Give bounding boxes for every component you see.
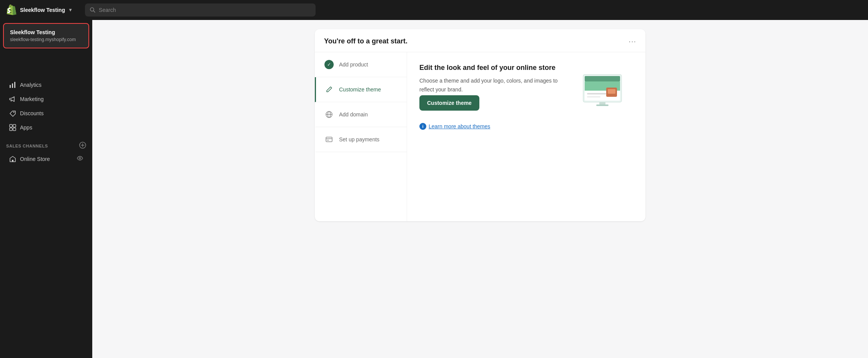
store-logo-button[interactable]: Sleekflow Testing ▼ [6, 5, 73, 15]
card-icon [324, 134, 334, 145]
discounts-label: Discounts [20, 110, 43, 116]
step-add-domain[interactable]: Add domain [315, 102, 407, 127]
step-set-up-payments-label: Set up payments [339, 136, 379, 143]
sidebar-item-online-store[interactable]: Online Store [3, 152, 89, 166]
steps-list: ✓ Add product Customize theme [315, 52, 407, 221]
getting-started-card: You're off to a great start. ··· ✓ Add p… [315, 29, 645, 221]
check-circle-icon: ✓ [324, 59, 334, 70]
main-content: You're off to a great start. ··· ✓ Add p… [92, 20, 868, 358]
step-set-up-payments[interactable]: Set up payments [315, 127, 407, 152]
dropdown-spacer [0, 51, 92, 75]
sidebar-item-discounts[interactable]: Discounts [3, 106, 89, 120]
svg-rect-6 [10, 124, 12, 127]
marketing-label: Marketing [20, 96, 43, 102]
search-icon [90, 7, 96, 13]
svg-rect-7 [13, 124, 16, 127]
pen-icon [324, 84, 334, 95]
step-content-description: Choose a theme and add your logo, colors… [419, 76, 572, 94]
step-content-title: Edit the look and feel of your online st… [419, 63, 572, 73]
sales-channels-label: SALES CHANNELS [6, 144, 48, 148]
svg-rect-28 [608, 89, 615, 94]
store-dropdown-popup[interactable]: Sleekflow Testing sleekflow-testing.mysh… [3, 23, 89, 48]
tag-icon [9, 110, 16, 117]
sales-channels-header: SALES CHANNELS [0, 138, 92, 151]
store-dropdown-url: sleekflow-testing.myshopify.com [10, 37, 82, 42]
main-nav: Analytics Marketing Di [0, 75, 92, 138]
megaphone-icon [9, 96, 16, 103]
grid-icon [9, 124, 16, 131]
search-container [85, 3, 316, 17]
svg-rect-26 [587, 96, 600, 98]
step-customize-theme[interactable]: Customize theme [315, 77, 407, 102]
theme-illustration-area [572, 63, 633, 109]
bar-chart-icon [9, 81, 16, 88]
search-input[interactable] [99, 7, 311, 13]
svg-rect-3 [12, 83, 13, 88]
svg-rect-30 [596, 104, 609, 106]
svg-point-5 [13, 112, 15, 113]
shopify-icon [6, 5, 17, 15]
svg-rect-2 [10, 85, 11, 88]
svg-rect-23 [585, 76, 620, 81]
info-icon: i [419, 123, 426, 130]
online-store-left: Online Store [9, 156, 50, 162]
svg-rect-9 [13, 128, 16, 131]
apps-label: Apps [20, 124, 32, 131]
store-name-label: Sleekflow Testing [20, 7, 65, 13]
sidebar-item-marketing[interactable]: Marketing [3, 92, 89, 106]
store-dropdown-name: Sleekflow Testing [10, 29, 82, 35]
svg-rect-18 [326, 137, 332, 142]
online-store-label: Online Store [20, 156, 50, 162]
svg-rect-4 [14, 82, 15, 88]
step-add-product-label: Add product [339, 61, 368, 68]
svg-rect-13 [12, 160, 13, 162]
sidebar-item-apps[interactable]: Apps [3, 121, 89, 134]
customize-theme-button[interactable]: Customize theme [419, 95, 479, 111]
card-more-options-button[interactable]: ··· [629, 37, 636, 46]
topbar: Sleekflow Testing ▼ [0, 0, 868, 20]
theme-illustration-icon [579, 71, 625, 109]
svg-point-14 [79, 157, 81, 159]
store-icon [9, 156, 16, 162]
add-sales-channel-button[interactable] [79, 142, 86, 150]
svg-rect-29 [599, 102, 605, 104]
analytics-label: Analytics [20, 82, 42, 88]
steps-layout: ✓ Add product Customize theme [315, 52, 645, 221]
svg-rect-8 [10, 128, 12, 131]
learn-more-label: Learn more about themes [429, 123, 490, 129]
card-header: You're off to a great start. ··· [315, 29, 645, 52]
sidebar-item-analytics[interactable]: Analytics [3, 78, 89, 92]
step-customize-theme-label: Customize theme [339, 86, 381, 93]
svg-line-1 [93, 11, 95, 12]
svg-rect-25 [587, 93, 606, 94]
sidebar: Sleekflow Testing sleekflow-testing.mysh… [0, 20, 92, 358]
step-content-area: Edit the look and feel of your online st… [407, 52, 645, 221]
step-add-product[interactable]: ✓ Add product [315, 52, 407, 77]
learn-more-themes-link[interactable]: i Learn more about themes [419, 123, 633, 130]
eye-icon[interactable] [77, 155, 83, 162]
app-layout: Sleekflow Testing sleekflow-testing.mysh… [0, 20, 868, 358]
card-title: You're off to a great start. [324, 37, 407, 45]
step-add-domain-label: Add domain [339, 111, 368, 118]
globe-icon [324, 109, 334, 120]
store-dropdown-caret-icon: ▼ [68, 7, 73, 13]
